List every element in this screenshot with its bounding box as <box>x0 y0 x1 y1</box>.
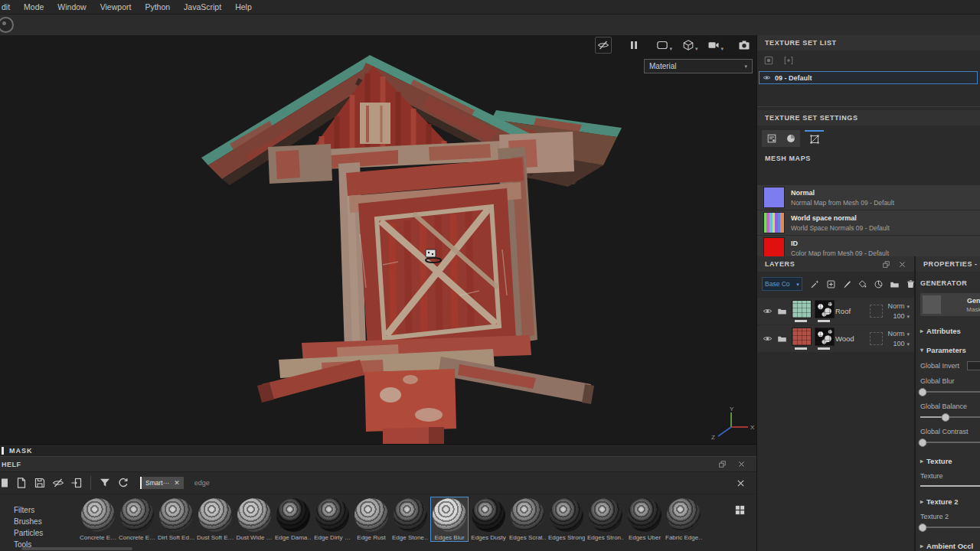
undock-icon[interactable] <box>882 260 890 269</box>
tab-channels[interactable] <box>781 130 800 147</box>
shelf-item-edges-blur[interactable]: Edges Blur <box>431 497 468 541</box>
visibility-eye-icon[interactable] <box>763 306 773 316</box>
new-resource-icon[interactable] <box>15 477 28 489</box>
shelf-item-edge-dirty[interactable]: Edge Dirty … <box>314 497 351 541</box>
shelf-item-edge-stone[interactable]: Edge Stone… <box>392 497 429 541</box>
layer-content-thumbnail[interactable] <box>792 328 812 346</box>
subsection-header-texture-2[interactable]: ▸Texture 2 <box>920 497 980 506</box>
mesh-map-row[interactable]: World space normalWorld Space Normals 09… <box>757 210 980 235</box>
layer-row-roof[interactable]: RoofNorm▾100▾ <box>757 298 914 324</box>
import-resource-icon[interactable] <box>70 477 83 489</box>
mesh-display-dropdown[interactable]: ▾ <box>682 39 698 51</box>
layer-mask-thumbnail[interactable] <box>815 328 835 346</box>
shelf-item-edges-dusty[interactable]: Edges Dusty <box>470 497 507 541</box>
display-mode-dropdown[interactable]: ▾ <box>656 39 672 51</box>
camera-dropdown[interactable]: ▾ <box>707 39 724 51</box>
menu-item-help[interactable]: Help <box>228 2 259 11</box>
add-smart-material-icon[interactable] <box>874 279 884 290</box>
blend-mode-dropdown[interactable]: Norm▾ <box>887 330 910 337</box>
menu-item-mode[interactable]: Mode <box>17 2 51 11</box>
channel-selector-dropdown[interactable]: Base Co▾ <box>762 277 802 291</box>
shelf-item-dust-wide[interactable]: Dust Wide … <box>236 497 273 541</box>
add-mask-icon[interactable] <box>810 279 820 290</box>
tab-settings[interactable] <box>762 130 781 147</box>
close-icon[interactable] <box>898 260 906 269</box>
add-fill-layer-icon[interactable] <box>858 279 867 290</box>
slider[interactable] <box>920 388 980 396</box>
mesh-map-row[interactable]: NormalNormal Map from Mesh 09 - Default <box>757 185 980 210</box>
horizontal-scrollbar[interactable] <box>21 547 132 550</box>
shelf-item-edges-uber[interactable]: Edges Uber <box>626 497 663 541</box>
close-icon[interactable] <box>737 460 746 468</box>
layer-row-wood[interactable]: WoodNorm▾100▾ <box>757 325 914 352</box>
texture-set-item[interactable]: 09 - Default <box>759 71 978 84</box>
filter-funnel-icon[interactable] <box>99 477 111 489</box>
menu-item-window[interactable]: Window <box>51 2 93 11</box>
shelf-category-particles[interactable]: Particles <box>14 527 43 539</box>
shelf-item-edges-scrat[interactable]: Edges Scrat… <box>509 497 546 541</box>
slider-track[interactable] <box>920 485 980 487</box>
shading-mode-dropdown[interactable]: Material▾ <box>644 59 753 73</box>
current-tool-icon[interactable] <box>0 17 14 33</box>
visibility-eye-icon[interactable] <box>763 334 773 344</box>
pause-engine-icon[interactable] <box>628 39 640 51</box>
visibility-filter-icon[interactable] <box>783 55 794 66</box>
add-group-icon[interactable] <box>890 279 900 290</box>
material-filter-icon[interactable] <box>763 55 774 66</box>
axis-gizmo[interactable]: Y X Z <box>708 407 757 442</box>
menu-item-viewport[interactable]: Viewport <box>93 2 139 11</box>
slider-handle[interactable] <box>941 413 949 422</box>
hide-ui-icon[interactable] <box>595 37 612 54</box>
grid-view-icon[interactable] <box>734 504 746 516</box>
hide-resource-icon[interactable] <box>52 477 64 489</box>
shelf-category-brushes[interactable]: Brushes <box>14 516 43 527</box>
shelf-category-filters[interactable]: Filters <box>14 504 43 516</box>
save-resource-icon[interactable] <box>34 477 46 489</box>
mesh-map-row[interactable]: IDColor Map from Mesh 09 - Default <box>757 236 980 256</box>
slider[interactable] <box>920 523 980 531</box>
undock-icon[interactable] <box>718 460 727 468</box>
opacity-dropdown[interactable]: 100▾ <box>893 340 910 347</box>
shelf-item-label: Edges Dusty <box>470 534 507 541</box>
shelf-item-dirt-soft-ed[interactable]: Dirt Soft Ed… <box>158 497 194 541</box>
shelf-item-edge-rust[interactable]: Edge Rust <box>353 497 390 541</box>
shelf-item-concrete-e[interactable]: Concrete E… <box>119 497 155 541</box>
shelf-item-concrete-e[interactable]: Concrete E… <box>80 497 116 541</box>
shelf-view-icon[interactable] <box>0 477 9 489</box>
add-effect-icon[interactable] <box>826 279 836 290</box>
clear-search-icon[interactable] <box>736 478 746 488</box>
menu-item-javascript[interactable]: JavaScript <box>177 2 228 11</box>
layer-mask-thumbnail[interactable] <box>815 300 835 318</box>
slider-handle[interactable] <box>919 439 927 447</box>
remove-filter-icon[interactable]: ✕ <box>174 479 180 487</box>
viewport-3d[interactable]: ▾ ▾ ▾ Material▾ Y X Z MASK <box>0 35 756 456</box>
material-sphere <box>433 498 466 532</box>
shelf-item-edges-stron[interactable]: Edges Stron… <box>587 497 624 541</box>
tab-mesh-maps[interactable] <box>805 130 824 147</box>
slider[interactable] <box>920 413 980 421</box>
slider-handle[interactable] <box>919 388 927 396</box>
layer-content-thumbnail[interactable] <box>792 300 812 318</box>
attributes-section-header[interactable]: ▸Attributes <box>920 327 980 335</box>
menu-item-python[interactable]: Python <box>138 2 177 11</box>
shelf-search-input[interactable]: edge <box>194 479 756 487</box>
shelf-item-dust-soft-e[interactable]: Dust Soft E… <box>197 497 234 541</box>
eye-icon[interactable] <box>763 73 771 82</box>
refresh-icon[interactable] <box>117 477 129 489</box>
shelf-item-edges-strong[interactable]: Edges Strong <box>548 497 585 541</box>
screenshot-camera-icon[interactable] <box>738 39 750 51</box>
slider[interactable] <box>920 439 980 446</box>
shelf-item-fabric-edge[interactable]: Fabric Edge… <box>665 497 702 541</box>
menu-item-dit[interactable]: dit <box>0 2 17 11</box>
slider-handle[interactable] <box>919 523 927 532</box>
opacity-dropdown[interactable]: 100▾ <box>893 312 910 320</box>
shelf-item-edge-dama[interactable]: Edge Dama… <box>275 497 312 541</box>
invert-value-field[interactable] <box>967 361 980 370</box>
search-filter-chip[interactable]: Smart··· ✕ <box>140 477 184 489</box>
add-paint-layer-icon[interactable] <box>842 279 852 290</box>
subsection-header-texture[interactable]: ▸Texture <box>920 457 980 465</box>
blend-mode-dropdown[interactable]: Norm▾ <box>887 302 910 310</box>
subsection-header-ambient-occl[interactable]: ▸Ambient Occl <box>920 542 980 550</box>
generator-item[interactable]: Gener Mask E <box>920 293 980 316</box>
parameters-section-header[interactable]: ▾Parameters <box>920 346 980 354</box>
